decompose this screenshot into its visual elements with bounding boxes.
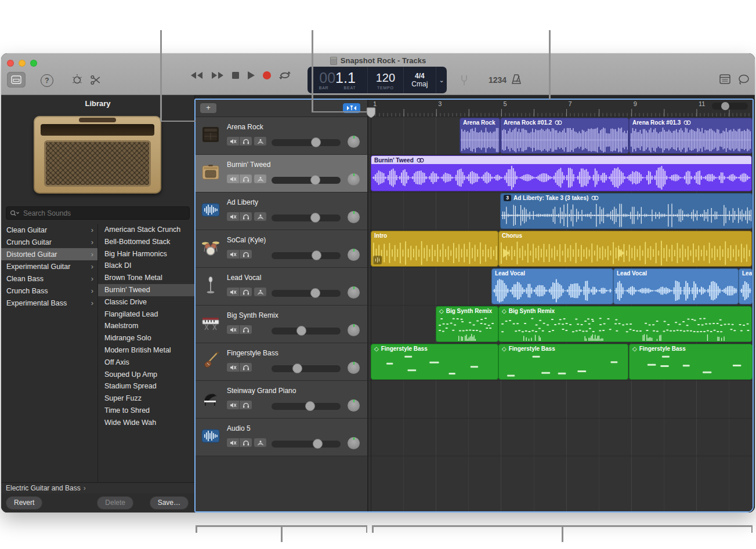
library-patch-item[interactable]: Bell-Bottomed Stack — [98, 236, 194, 248]
solo-button[interactable] — [240, 288, 252, 296]
library-category-item[interactable]: Clean Guitar› — [1, 224, 97, 236]
mute-button[interactable] — [227, 174, 239, 183]
library-patch-item[interactable]: Flangilated Lead — [98, 308, 194, 321]
library-patch-item[interactable]: American Stack Crunch — [98, 224, 194, 236]
mute-button[interactable] — [227, 212, 239, 221]
solo-button[interactable] — [240, 212, 252, 221]
library-patch-item[interactable]: Midrange Solo — [98, 332, 194, 344]
library-patch-item[interactable]: Super Fuzz — [98, 392, 194, 405]
library-patch-item[interactable]: Black DI — [98, 260, 194, 272]
volume-knob[interactable] — [312, 250, 321, 260]
zoom-slider-knob[interactable] — [721, 102, 729, 110]
library-patch-item[interactable]: Brown Tone Metal — [98, 272, 194, 284]
input-monitoring-button[interactable] — [254, 212, 266, 221]
audio-region-lead-vocal[interactable]: Lead Vocal — [613, 268, 739, 304]
library-patch-item[interactable]: Wide Wide Wah — [98, 417, 194, 429]
library-category-item[interactable]: Crunch Bass› — [1, 285, 97, 297]
track-volume-slider[interactable] — [272, 365, 341, 372]
input-monitoring-button[interactable] — [254, 137, 266, 146]
volume-knob[interactable] — [313, 439, 323, 449]
help-button[interactable]: ? — [41, 74, 53, 87]
playhead-marker[interactable] — [366, 107, 376, 121]
library-patch-item[interactable]: Modern British Metal — [98, 344, 194, 357]
audio-region-arena-rock[interactable]: Arena Rock — [460, 118, 500, 154]
library-category-item[interactable]: Crunch Guitar› — [1, 236, 97, 248]
mute-button[interactable] — [227, 137, 239, 146]
track-volume-slider[interactable] — [272, 290, 341, 297]
note-pad-button[interactable] — [719, 74, 730, 84]
track-volume-slider[interactable] — [272, 214, 341, 221]
track-header-fingerstyle-bass[interactable]: Fingerstyle Bass — [196, 343, 367, 381]
smart-controls-button[interactable] — [71, 74, 84, 86]
pan-knob[interactable] — [348, 136, 360, 148]
audio-region-lead-vocal[interactable]: Lead Vocal — [739, 268, 753, 304]
loop-browser-button[interactable] — [738, 74, 750, 85]
audio-region-lead-vocal[interactable]: Lead Vocal — [491, 268, 613, 304]
record-button[interactable] — [262, 71, 272, 82]
library-category-item[interactable]: Experimental Guitar› — [1, 260, 97, 272]
tuning-fork-icon[interactable] — [460, 74, 469, 86]
lcd-key-section[interactable]: 4/4 Cmaj — [404, 67, 437, 93]
solo-button[interactable] — [240, 137, 252, 146]
audio-region-chorus[interactable]: Chorus — [498, 231, 752, 267]
library-patch-item[interactable]: Maelstrom — [98, 320, 194, 332]
solo-button[interactable] — [240, 363, 252, 372]
track-volume-slider[interactable] — [272, 252, 341, 259]
library-patch-item[interactable]: Classic Drive — [98, 296, 194, 308]
input-monitoring-button[interactable] — [254, 438, 266, 447]
library-category-item[interactable]: Clean Bass› — [1, 272, 97, 285]
track-volume-slider[interactable] — [272, 403, 341, 410]
pan-knob[interactable] — [348, 211, 360, 223]
audio-region-arena-rock-01-2[interactable]: Arena Rock #01.2 — [500, 118, 629, 154]
stop-button[interactable] — [231, 71, 240, 82]
audio-region-arena-rock-01-3[interactable]: Arena Rock #01.3 — [629, 118, 753, 154]
revert-button[interactable]: Revert — [6, 496, 42, 510]
midi-region-big-synth-remix[interactable]: ◇Big Synth Remix — [436, 306, 498, 342]
track-volume-slider[interactable] — [272, 139, 341, 146]
mute-button[interactable] — [227, 401, 239, 409]
lcd-tempo-section[interactable]: 120 TEMPO — [368, 67, 403, 93]
lcd-display[interactable]: 001.1 BARBEAT 120 TEMPO 4/4 Cmaj ⌄ — [308, 67, 447, 93]
volume-knob[interactable] — [305, 401, 315, 411]
volume-knob[interactable] — [296, 326, 306, 336]
track-volume-slider[interactable] — [272, 177, 341, 184]
solo-button[interactable] — [240, 438, 252, 447]
pan-knob[interactable] — [348, 173, 360, 186]
delete-button[interactable]: Delete — [97, 496, 133, 510]
lcd-chevron-icon[interactable]: ⌄ — [436, 67, 447, 93]
pan-knob[interactable] — [348, 249, 360, 261]
search-input[interactable] — [22, 209, 186, 218]
track-header-lead-vocal[interactable]: Lead Vocal — [196, 268, 367, 306]
track-header-big-synth-remix[interactable]: Big Synth Remix — [196, 306, 367, 343]
lcd-position-section[interactable]: 001.1 BARBEAT — [308, 67, 368, 93]
library-patch-item[interactable]: Souped Up Amp — [98, 369, 194, 381]
midi-region-big-synth-remix[interactable]: ◇Big Synth Remix — [498, 306, 752, 342]
metronome-icon[interactable] — [511, 74, 522, 85]
input-monitoring-button[interactable] — [254, 288, 266, 296]
library-breadcrumb[interactable]: Electric Guitar and Bass› — [1, 482, 194, 494]
pan-knob[interactable] — [348, 362, 360, 374]
track-header-socal-kyle[interactable]: SoCal (Kyle) — [196, 230, 367, 268]
mute-button[interactable] — [227, 250, 239, 259]
volume-knob[interactable] — [310, 288, 320, 298]
midi-region-fingerstyle-bass[interactable]: ◇Fingerstyle Bass — [498, 344, 628, 380]
track-header-ad-liberty[interactable]: Ad Liberty — [196, 192, 367, 230]
mute-button[interactable] — [227, 288, 239, 296]
save-button[interactable]: Save… — [150, 496, 189, 510]
volume-knob[interactable] — [310, 175, 320, 185]
pan-knob[interactable] — [348, 324, 360, 336]
library-category-item[interactable]: Distorted Guitar› — [1, 248, 97, 260]
zoom-slider[interactable] — [712, 103, 748, 110]
search-sounds-field[interactable] — [6, 206, 190, 220]
library-patch-item[interactable]: Burnin' Tweed — [98, 284, 194, 296]
mute-button[interactable] — [227, 363, 239, 372]
pan-knob[interactable] — [348, 437, 360, 449]
rewind-button[interactable] — [190, 71, 204, 82]
bar-ruler[interactable]: 1357911 — [368, 100, 753, 117]
library-category-item[interactable]: Experimental Bass› — [1, 297, 97, 309]
library-patch-item[interactable]: Stadium Spread — [98, 380, 194, 392]
audio-region-ad-liberty-take-3-3-takes[interactable]: 3Ad Liberty: Take 3 (3 takes) — [500, 193, 753, 229]
pan-knob[interactable] — [348, 286, 360, 299]
play-button[interactable] — [247, 71, 255, 82]
pan-knob[interactable] — [348, 399, 360, 412]
